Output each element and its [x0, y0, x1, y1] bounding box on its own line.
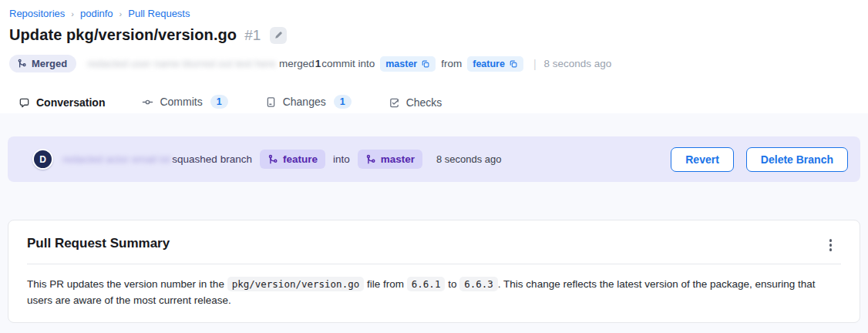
target-branch-chip[interactable]: master — [358, 150, 422, 169]
breadcrumb-repositories[interactable]: Repositories — [9, 8, 65, 19]
breadcrumb-separator-icon: › — [71, 9, 74, 18]
banner-time-ago: 8 seconds ago — [436, 153, 502, 165]
copy-icon[interactable] — [421, 59, 430, 69]
git-branch-icon — [365, 154, 376, 165]
tab-label: Conversation — [36, 96, 105, 109]
actor-name-redacted: redacted actor email txt — [62, 153, 170, 165]
target-branch-label: master — [381, 153, 415, 165]
inline-code: 6.6.3 — [459, 277, 498, 291]
inline-code: 6.6.1 — [407, 277, 446, 291]
tab-label: Commits — [160, 96, 202, 108]
target-branch-chip[interactable]: master — [380, 56, 436, 72]
git-branch-icon — [267, 154, 278, 165]
copy-icon[interactable] — [509, 59, 518, 69]
merge-event-banner: D redacted actor email txt squashed bran… — [8, 136, 860, 182]
kebab-menu-icon[interactable] — [825, 236, 837, 254]
into-label: into — [333, 153, 350, 165]
tab-label: Checks — [406, 96, 442, 109]
merged-time-ago: 8 seconds ago — [544, 58, 612, 69]
revert-button[interactable]: Revert — [671, 147, 734, 172]
pr-summary-card: Pull Request Summary This PR updates the… — [8, 220, 860, 323]
from-label: from — [441, 58, 462, 69]
commit-icon — [142, 96, 153, 108]
summary-card-title: Pull Request Summary — [27, 236, 170, 251]
merge-action-text: commit into — [321, 58, 375, 69]
merge-action-text: merged — [279, 58, 315, 69]
git-merge-icon — [17, 59, 27, 69]
status-badge: Merged — [9, 55, 76, 72]
card-divider — [27, 264, 841, 264]
banner-action-text: squashed branch — [172, 153, 252, 165]
commit-count: 1 — [315, 58, 321, 69]
breadcrumb-pull-requests[interactable]: Pull Requests — [128, 8, 190, 19]
breadcrumb-separator-icon: › — [119, 9, 123, 18]
avatar[interactable]: D — [32, 149, 53, 170]
merge-status-row: Merged redacted user name blurred out te… — [9, 54, 859, 73]
divider: | — [533, 58, 537, 70]
source-branch-label: feature — [473, 59, 505, 69]
summary-body-text: This PR updates the version number in th… — [27, 276, 841, 308]
source-branch-chip[interactable]: feature — [467, 56, 523, 72]
pencil-icon — [274, 31, 283, 40]
source-branch-chip[interactable]: feature — [260, 150, 325, 169]
file-icon — [265, 96, 277, 108]
commits-count-badge: 1 — [210, 95, 228, 109]
conversation-panel: D redacted actor email txt squashed bran… — [0, 113, 868, 333]
page-header: Repositories › podinfo › Pull Requests U… — [0, 0, 868, 120]
checklist-icon — [389, 97, 400, 109]
title-row: Update pkg/version/version.go #1 — [9, 26, 859, 44]
target-branch-label: master — [385, 59, 417, 69]
pr-number: #1 — [244, 27, 261, 44]
merged-by-user-redacted: redacted user name blurred out text here — [87, 58, 276, 69]
page-title: Update pkg/version/version.go — [9, 26, 237, 44]
edit-title-button[interactable] — [270, 27, 287, 44]
source-branch-label: feature — [283, 153, 318, 165]
breadcrumb: Repositories › podinfo › Pull Requests — [9, 8, 859, 19]
comment-icon — [19, 97, 30, 109]
pull-request-page: Repositories › podinfo › Pull Requests U… — [0, 0, 868, 333]
tab-label: Changes — [283, 96, 326, 108]
changes-count-badge: 1 — [334, 95, 352, 109]
status-label: Merged — [32, 58, 67, 69]
breadcrumb-repo[interactable]: podinfo — [80, 8, 113, 19]
delete-branch-button[interactable]: Delete Branch — [746, 147, 848, 172]
inline-code: pkg/version/version.go — [227, 277, 365, 291]
